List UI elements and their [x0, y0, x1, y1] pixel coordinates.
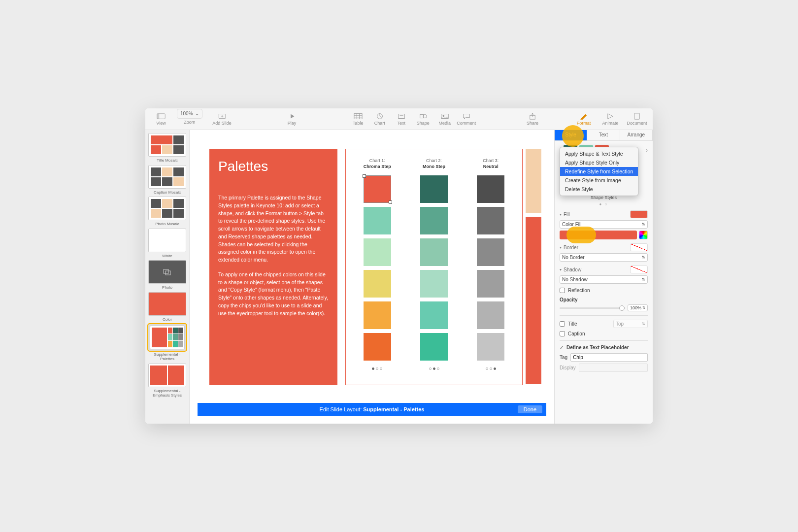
- tag-input[interactable]: [570, 353, 648, 362]
- color-picker-icon[interactable]: [639, 231, 648, 239]
- shadow-select[interactable]: No Shadow ⇅: [560, 275, 648, 284]
- edit-layout-bar: Edit Slide Layout: Supplemental - Palett…: [198, 403, 546, 416]
- context-menu-item[interactable]: Apply Shape & Text Style: [560, 149, 638, 158]
- color-chip[interactable]: [477, 238, 504, 266]
- comment-button[interactable]: Comment: [456, 109, 477, 129]
- color-chip[interactable]: [364, 333, 391, 361]
- reflection-checkbox[interactable]: [560, 288, 565, 293]
- title-checkbox[interactable]: [560, 321, 565, 327]
- chart-header: Chart 2:Mono Step: [423, 158, 445, 169]
- thumb-label: Caption Mosaic: [148, 190, 186, 195]
- color-chip[interactable]: [364, 175, 391, 203]
- svg-rect-16: [441, 114, 448, 118]
- fill-swatch[interactable]: [630, 210, 648, 218]
- fill-label: Fill: [560, 212, 570, 217]
- color-chip[interactable]: [477, 333, 504, 361]
- svg-rect-20: [634, 113, 640, 119]
- color-chip[interactable]: [477, 207, 504, 234]
- color-chip[interactable]: [420, 207, 448, 234]
- slide-title: Palettes: [218, 159, 329, 174]
- slide-thumb-white[interactable]: White: [148, 229, 186, 259]
- tab-text[interactable]: Text: [587, 130, 620, 140]
- border-swatch[interactable]: [630, 243, 648, 251]
- chart-header: Chart 3:Neutral: [483, 158, 499, 169]
- context-menu-item[interactable]: Redefine Style from Selection: [560, 167, 638, 176]
- color-chip[interactable]: [364, 270, 391, 298]
- side-color-bar: [526, 217, 541, 384]
- document-label: Document: [627, 121, 647, 126]
- chart-button[interactable]: Chart: [369, 109, 391, 129]
- checkmark-icon: ✓: [560, 345, 564, 350]
- title-position-select[interactable]: Top⇅: [613, 320, 648, 328]
- slide-canvas[interactable]: Palettes The primary Palette is assigned…: [198, 138, 546, 403]
- chart-dots: [486, 367, 496, 370]
- color-chip[interactable]: [364, 301, 391, 329]
- shape-label: Shape: [417, 121, 430, 126]
- editbar-prefix: Edit Slide Layout:: [320, 406, 364, 412]
- play-button[interactable]: Play: [281, 109, 303, 129]
- shadow-swatch[interactable]: [630, 266, 648, 273]
- animate-button[interactable]: Animate: [599, 109, 621, 129]
- caption-label: Caption: [568, 331, 585, 336]
- chevron-updown-icon: ⇅: [642, 277, 645, 282]
- zoom-label: Zoom: [184, 120, 195, 125]
- slide-thumb-photo[interactable]: Photo: [148, 260, 186, 290]
- color-chip[interactable]: [420, 175, 448, 203]
- app-window: View 100% ⌄ Zoom Add Slide Play Table Ch…: [145, 108, 653, 424]
- svg-rect-6: [354, 113, 362, 119]
- play-label: Play: [288, 121, 297, 126]
- shape-button[interactable]: Shape: [412, 109, 434, 129]
- thumb-label: Title Mosaic: [148, 158, 186, 163]
- slide-thumb-supplemental-palettes[interactable]: Supplemental - Palettes: [148, 324, 186, 362]
- context-menu-item[interactable]: Delete Style: [560, 185, 638, 194]
- context-menu-item[interactable]: Apply Shape Style Only: [560, 158, 638, 167]
- tab-arrange[interactable]: Arrange: [620, 130, 653, 140]
- color-chip[interactable]: [420, 333, 448, 361]
- opacity-value-field[interactable]: 100%⇅: [628, 304, 648, 311]
- chevron-updown-icon: ⇅: [642, 255, 645, 260]
- border-value: No Border: [562, 255, 585, 260]
- color-chip[interactable]: [420, 270, 448, 298]
- color-chip[interactable]: [477, 175, 504, 203]
- zoom-select[interactable]: 100% ⌄: [177, 109, 202, 119]
- document-button[interactable]: Document: [626, 109, 648, 129]
- slide-navigator[interactable]: Title Mosaic Caption Mosaic Photo Mosaic…: [145, 130, 190, 424]
- color-chip[interactable]: [477, 301, 504, 329]
- slide-thumb-color[interactable]: Color: [148, 292, 186, 322]
- view-button[interactable]: View: [150, 109, 172, 129]
- color-chip[interactable]: [364, 238, 391, 266]
- color-chip[interactable]: [420, 301, 448, 329]
- color-chip[interactable]: [477, 270, 504, 298]
- editbar-name: Supplemental - Palettes: [363, 406, 424, 412]
- slide-thumb-caption-mosaic[interactable]: Caption Mosaic: [148, 165, 186, 195]
- add-slide-button[interactable]: Add Slide: [207, 109, 237, 129]
- caption-checkbox[interactable]: [560, 331, 565, 336]
- table-button[interactable]: Table: [347, 109, 369, 129]
- svg-marker-19: [608, 113, 613, 119]
- color-chip[interactable]: [364, 207, 391, 234]
- zoom-value: 100%: [180, 111, 193, 116]
- media-button[interactable]: Media: [434, 109, 456, 129]
- svg-rect-12: [398, 114, 404, 118]
- border-label: Border: [560, 245, 578, 250]
- slide-thumb-photo-mosaic[interactable]: Photo Mosaic: [148, 197, 186, 227]
- border-select[interactable]: No Border ⇅: [560, 253, 648, 262]
- media-label: Media: [439, 121, 451, 126]
- done-button[interactable]: Done: [518, 405, 542, 413]
- stepper-icon: ⇅: [642, 306, 645, 310]
- table-label: Table: [353, 121, 364, 126]
- styles-next-arrow[interactable]: ›: [646, 147, 648, 154]
- slide-thumb-title-mosaic[interactable]: Title Mosaic: [148, 133, 186, 163]
- opacity-slider[interactable]: [560, 307, 625, 309]
- context-menu-item[interactable]: Create Style from Image: [560, 176, 638, 185]
- display-input[interactable]: [579, 364, 648, 372]
- slide-thumb-supplemental-emphasis[interactable]: Supplemental - Emphasis Styles: [148, 364, 186, 398]
- chart-dots: [372, 367, 382, 370]
- share-button[interactable]: Share: [522, 109, 543, 129]
- reflection-label: Reflection: [568, 288, 590, 293]
- thumb-label: Supplemental - Emphasis Styles: [148, 389, 186, 398]
- view-label: View: [156, 121, 166, 126]
- svg-rect-22: [166, 271, 170, 275]
- text-button[interactable]: Text: [391, 109, 412, 129]
- color-chip[interactable]: [420, 238, 448, 266]
